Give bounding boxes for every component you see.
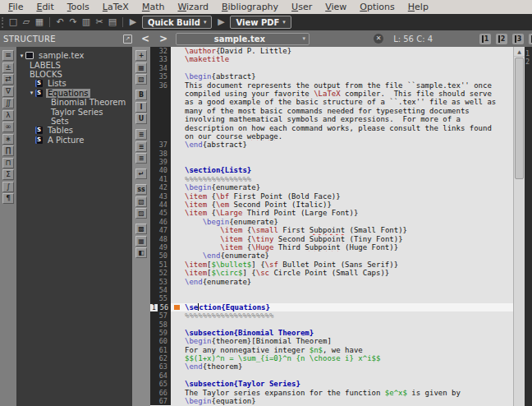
expander-icon[interactable]: ▾: [28, 90, 35, 96]
line-number[interactable]: 43: [150, 192, 171, 201]
menu-help[interactable]: Help: [401, 1, 435, 13]
editor-line[interactable]: 35\begin{abstract}: [150, 72, 513, 81]
editor-line[interactable]: 62$$(1+x)^n = \sum_{i=0}^n {n \choose i}…: [150, 354, 513, 362]
menu-tools[interactable]: Tools: [61, 1, 96, 13]
bookmark-2-button[interactable]: 2: [496, 34, 507, 44]
editor-line[interactable]: 39: [150, 158, 513, 166]
arrow-symbols-tab-icon[interactable]: ⇄: [2, 74, 14, 85]
bookmark-3-button[interactable]: 3: [512, 34, 524, 44]
align-center-icon[interactable]: ≡: [135, 141, 147, 152]
editor-line[interactable]: description on how each command works, p…: [150, 124, 513, 132]
special-chars-tab-icon[interactable]: ∗: [2, 134, 14, 145]
editor-scrollbar[interactable]: ▲: [513, 47, 525, 406]
menu-math[interactable]: Math: [135, 1, 172, 13]
editor-line[interactable]: compiled using your favorite \LaTeX comp…: [150, 90, 513, 98]
menu-view[interactable]: View: [319, 1, 353, 13]
misc-symbols-tab-icon[interactable]: ∞: [2, 122, 14, 132]
editor-line[interactable]: 64: [150, 371, 513, 380]
menu-latex[interactable]: LaTeX: [96, 1, 135, 13]
frame-icon[interactable]: ▧: [135, 196, 147, 207]
editor-line[interactable]: 49 \item {\Huge Third Subpoint (Huge Fon…: [150, 243, 513, 251]
editor-line[interactable]: 36This document represents the output fr…: [150, 81, 513, 90]
menu-bibliography[interactable]: Bibliography: [215, 1, 285, 13]
editor-line[interactable]: on our course webpage.: [150, 132, 513, 141]
toggle-structure-panel-icon[interactable]: ↗: [123, 35, 132, 44]
previous-document-icon[interactable]: <: [136, 31, 154, 46]
editor-line[interactable]: 34: [150, 64, 513, 72]
user-tags-tab-icon[interactable]: ¶: [2, 193, 14, 204]
bold-icon[interactable]: B: [135, 90, 147, 100]
run-quick-build-icon[interactable]: ▶: [126, 16, 140, 29]
metapost-tab-icon[interactable]: ⊓: [2, 158, 14, 168]
line-number[interactable]: 35: [150, 72, 171, 81]
paste-icon[interactable]: ▤: [106, 16, 119, 29]
tree-item-sets[interactable]: Sets: [16, 117, 132, 126]
line-number[interactable]: 51: [150, 261, 171, 269]
tree-item-blocks[interactable]: BLOCKS: [16, 70, 132, 79]
line-number[interactable]: 57: [150, 311, 171, 320]
tikz-tab-icon[interactable]: Σ: [2, 169, 14, 180]
close-document-icon[interactable]: ✕: [374, 34, 383, 44]
open-document-selector[interactable]: sample.tex ▾: [176, 33, 310, 45]
view-pdf-dropdown[interactable]: View PDF▾: [230, 16, 291, 29]
line-number[interactable]: [150, 107, 171, 115]
line-number[interactable]: 47: [150, 226, 171, 234]
structure-panel-tab-icon[interactable]: ≡: [2, 50, 14, 61]
picture-icon[interactable]: ▨: [135, 208, 147, 219]
editor-line[interactable]: 50 \end{enumerate}: [150, 251, 513, 260]
delimiters-tab-icon[interactable]: ∬: [2, 98, 14, 108]
tree-item-sample-tex[interactable]: ▾sample.tex: [16, 51, 132, 60]
greek-letters-tab-icon[interactable]: λ: [2, 110, 14, 121]
line-number[interactable]: 38: [150, 150, 171, 158]
line-number[interactable]: [150, 90, 171, 98]
editor-line[interactable]: 38: [150, 150, 513, 158]
editor-line[interactable]: 67\begin{equation}: [150, 397, 513, 405]
run-view-pdf-icon[interactable]: ▶: [214, 16, 227, 29]
editor-line[interactable]: 48 \item {\tiny Second Subpoint (Tiny Fo…: [150, 235, 513, 243]
split-cell-icon[interactable]: ◧: [135, 247, 147, 258]
line-number[interactable]: 54: [150, 286, 171, 294]
line-number[interactable]: 63: [150, 362, 171, 371]
menu-file[interactable]: File: [2, 1, 30, 13]
tree-item-taylor-series[interactable]: Taylor Series: [16, 107, 132, 116]
scrollbar-thumb[interactable]: [515, 58, 524, 179]
editor-line[interactable]: involving mathematical symbols and expre…: [150, 115, 513, 123]
editor-line[interactable]: 44\item {\em Second Point (Italic)}: [150, 201, 513, 209]
menu-user[interactable]: User: [285, 1, 319, 13]
underline-icon[interactable]: U: [135, 113, 147, 124]
line-number[interactable]: 42: [150, 183, 171, 191]
menu-edit[interactable]: Edit: [30, 1, 60, 13]
small-caps-icon[interactable]: ss: [135, 184, 147, 195]
line-number[interactable]: 34: [150, 64, 171, 72]
editor-line[interactable]: 61For any nonnegative integer $n$, we ha…: [150, 346, 513, 354]
italic-icon[interactable]: I: [135, 102, 147, 113]
editor-line[interactable]: 66The Taylor series expansion for the fu…: [150, 389, 513, 397]
expander-icon[interactable]: ▾: [18, 53, 25, 59]
line-number[interactable]: 62: [150, 354, 171, 362]
copy-icon[interactable]: ▥: [80, 16, 93, 29]
line-number[interactable]: 39: [150, 158, 171, 166]
insert-image-icon[interactable]: ▧: [135, 74, 147, 85]
cut-icon[interactable]: ✂: [93, 16, 106, 29]
menu-options[interactable]: Options: [353, 1, 401, 13]
line-number[interactable]: 64: [150, 371, 171, 380]
line-number[interactable]: 60: [150, 337, 171, 345]
line-number[interactable]: 33: [150, 55, 171, 63]
matrix-icon[interactable]: ▩: [135, 224, 147, 234]
editor-line[interactable]: as a good example of the basic structure…: [150, 98, 513, 106]
bookmark-1-button[interactable]: 1: [479, 34, 491, 44]
open-folder-icon[interactable]: ▱: [20, 16, 33, 29]
editor-line[interactable]: 42\begin{enumerate}: [150, 183, 513, 191]
line-number[interactable]: 49: [150, 243, 171, 251]
line-number[interactable]: 52: [150, 269, 171, 277]
save-icon[interactable]: ▦: [33, 16, 46, 29]
editor-line[interactable]: 52\item[$\circ$] {\sc Circle Point (Smal…: [150, 269, 513, 277]
line-number[interactable]: 44: [150, 201, 171, 209]
editor-line[interactable]: 45\item {\Large Third Point (Large Font)…: [150, 209, 513, 217]
next-document-icon[interactable]: >: [154, 31, 172, 46]
editor-line[interactable]: 37\end{abstract}: [150, 141, 513, 149]
line-number[interactable]: 40: [150, 166, 171, 174]
editor-line[interactable]: 33\maketitle: [150, 55, 513, 63]
line-number[interactable]: 58: [150, 321, 171, 329]
tree-item-equations[interactable]: ▾SEquations: [16, 89, 132, 98]
